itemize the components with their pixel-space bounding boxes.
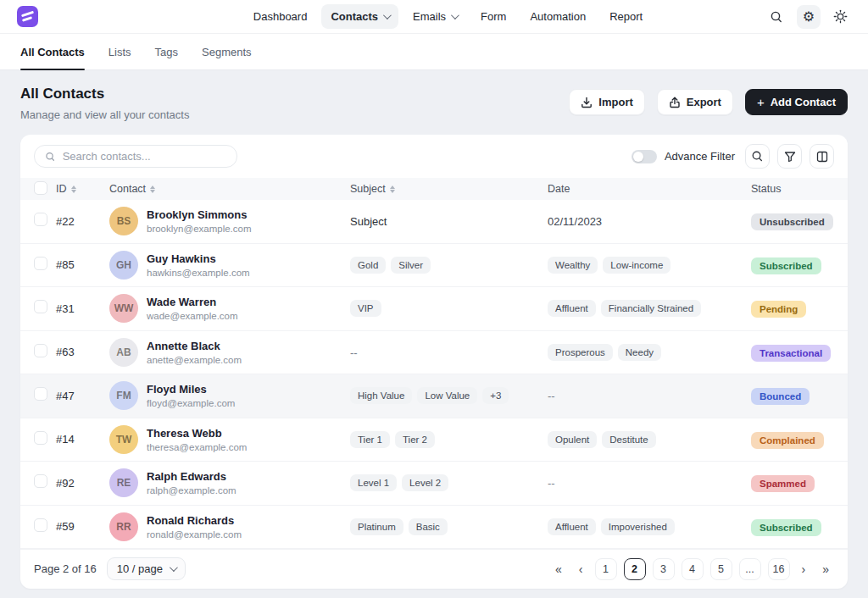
last-page-button[interactable]: » bbox=[817, 562, 834, 576]
nav-form[interactable]: Form bbox=[471, 4, 515, 29]
page-button-2-active[interactable]: 2 bbox=[624, 558, 646, 580]
row-checkbox[interactable] bbox=[34, 431, 47, 445]
nav-emails[interactable]: Emails bbox=[403, 4, 466, 29]
date-text: 02/11/2023 bbox=[548, 215, 602, 228]
row-checkbox[interactable] bbox=[34, 213, 47, 226]
page-button-16[interactable]: 16 bbox=[768, 558, 790, 580]
tab-all-contacts[interactable]: All Contacts bbox=[20, 34, 85, 69]
search-contacts-input[interactable] bbox=[63, 150, 226, 163]
table-row[interactable]: #92 RE Ralph Edwardsralph@example.com Le… bbox=[20, 462, 848, 506]
date-tag: Low-income bbox=[603, 257, 670, 274]
status-badge: Bounced bbox=[751, 388, 810, 405]
row-checkbox[interactable] bbox=[34, 257, 47, 270]
row-checkbox[interactable] bbox=[34, 518, 47, 532]
avatar: RE bbox=[109, 468, 138, 497]
date-tag: Wealthy bbox=[548, 257, 598, 274]
subject-tag: Platinum bbox=[350, 518, 403, 535]
page-button-5[interactable]: 5 bbox=[710, 558, 732, 580]
page-button-3[interactable]: 3 bbox=[653, 558, 675, 580]
settings-button[interactable]: ⚙ bbox=[797, 5, 821, 29]
page-actions: Import Export + Add Contact bbox=[569, 89, 848, 115]
nav-dashboard[interactable]: Dashboard bbox=[244, 4, 317, 29]
next-page-button[interactable]: › bbox=[797, 562, 811, 576]
page-title: All Contacts bbox=[20, 86, 189, 102]
contact-id: #63 bbox=[56, 346, 109, 358]
search-contacts-box[interactable] bbox=[34, 145, 237, 168]
gear-icon: ⚙ bbox=[803, 10, 815, 24]
row-checkbox[interactable] bbox=[34, 300, 47, 313]
pagination: « ‹ 1 2 3 4 5 ... 16 › » bbox=[550, 558, 834, 580]
tab-tags[interactable]: Tags bbox=[155, 34, 178, 69]
nav-report[interactable]: Report bbox=[600, 4, 652, 29]
avatar: TW bbox=[109, 425, 138, 454]
date-tag: Impoverished bbox=[601, 518, 675, 535]
column-header-date[interactable]: Date bbox=[548, 183, 751, 195]
contact-email: hawkins@example.com bbox=[147, 268, 250, 278]
contact-email: wade@example.com bbox=[147, 311, 238, 321]
table-row[interactable]: #63 AB Annette Blackanette@example.com -… bbox=[20, 331, 848, 375]
table-row[interactable]: #14 TW Theresa Webbtheresa@example.com T… bbox=[20, 418, 848, 462]
app-logo[interactable] bbox=[17, 6, 38, 27]
subject-tag-more[interactable]: +3 bbox=[482, 387, 509, 404]
page-button-ellipsis[interactable]: ... bbox=[739, 558, 761, 580]
tab-bar: All Contacts Lists Tags Segments bbox=[0, 34, 868, 70]
columns-button[interactable] bbox=[810, 144, 834, 169]
advance-filter-toggle[interactable] bbox=[632, 150, 657, 163]
contact-name: Guy Hawkins bbox=[147, 252, 250, 265]
row-checkbox[interactable] bbox=[34, 387, 47, 401]
sun-icon bbox=[833, 9, 848, 24]
table-row[interactable]: #59 RR Ronald Richardsronald@example.com… bbox=[20, 506, 848, 550]
page-button-4[interactable]: 4 bbox=[682, 558, 704, 580]
toolbar-controls: Advance Filter bbox=[632, 144, 834, 169]
tab-segments[interactable]: Segments bbox=[202, 34, 252, 69]
column-header-subject[interactable]: Subject bbox=[350, 183, 548, 195]
row-checkbox[interactable] bbox=[34, 474, 47, 488]
contact-name: Brooklyn Simmons bbox=[147, 208, 252, 221]
contact-email: floyd@example.com bbox=[147, 398, 235, 408]
subject-tag: Level 1 bbox=[350, 474, 397, 491]
table-row[interactable]: #31 WW Wade Warrenwade@example.com VIP A… bbox=[20, 287, 848, 331]
subject-tag: Gold bbox=[350, 257, 386, 274]
sort-icon bbox=[71, 185, 76, 193]
table-row[interactable]: #22 BS Brooklyn Simmonsbrooklyn@example.… bbox=[20, 200, 848, 244]
contact-id: #14 bbox=[56, 433, 109, 446]
subject-tag: High Value bbox=[350, 387, 412, 404]
nav-automation[interactable]: Automation bbox=[520, 4, 595, 29]
advance-filter-label: Advance Filter bbox=[665, 150, 735, 163]
contact-email: theresa@example.com bbox=[147, 442, 247, 452]
add-contact-button[interactable]: + Add Contact bbox=[745, 89, 848, 115]
table-header: ID Contact Subject Date Status bbox=[20, 178, 848, 200]
main-nav: Dashboard Contacts Emails Form Automatio… bbox=[151, 4, 652, 29]
page-button-1[interactable]: 1 bbox=[595, 558, 617, 580]
date-tag: Affluent bbox=[548, 518, 596, 535]
topbar: Dashboard Contacts Emails Form Automatio… bbox=[0, 0, 868, 34]
contact-id: #85 bbox=[56, 258, 109, 271]
first-page-button[interactable]: « bbox=[550, 562, 567, 576]
column-header-id[interactable]: ID bbox=[56, 183, 109, 195]
subject-tag: Tier 1 bbox=[350, 431, 390, 448]
column-header-status[interactable]: Status bbox=[751, 183, 848, 195]
export-button[interactable]: Export bbox=[657, 89, 733, 115]
subject-tag: Basic bbox=[409, 518, 448, 535]
nav-contacts[interactable]: Contacts bbox=[321, 4, 398, 29]
filter-button[interactable] bbox=[777, 144, 802, 169]
chevron-down-icon bbox=[170, 563, 178, 572]
import-button[interactable]: Import bbox=[569, 89, 644, 115]
prev-page-button[interactable]: ‹ bbox=[574, 562, 588, 576]
date-text: -- bbox=[548, 477, 555, 490]
tab-lists[interactable]: Lists bbox=[108, 34, 131, 69]
select-all-checkbox[interactable] bbox=[34, 181, 47, 195]
theme-toggle-button[interactable] bbox=[829, 5, 853, 29]
status-badge: Transactional bbox=[751, 345, 831, 362]
global-search-button[interactable] bbox=[765, 5, 788, 29]
table-search-button[interactable] bbox=[745, 144, 770, 169]
column-header-contact[interactable]: Contact bbox=[109, 183, 350, 195]
date-tag: Affluent bbox=[548, 300, 596, 317]
contact-name: Ronald Richards bbox=[147, 514, 242, 527]
page-size-select[interactable]: 10 / page bbox=[107, 557, 186, 580]
table-row[interactable]: #47 FM Floyd Milesfloyd@example.com High… bbox=[20, 374, 848, 418]
avatar: BS bbox=[109, 207, 138, 235]
row-checkbox[interactable] bbox=[34, 344, 47, 357]
table-row[interactable]: #85 GH Guy Hawkinshawkins@example.com Go… bbox=[20, 244, 848, 288]
subject-tag: Silver bbox=[391, 257, 431, 274]
